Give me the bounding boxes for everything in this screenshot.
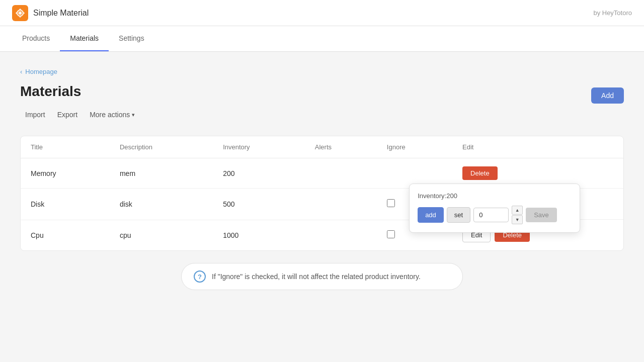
breadcrumb-text: Homepage: [25, 68, 57, 75]
nav-tabs: Products Materials Settings: [0, 26, 644, 52]
info-note-text: If "Ignore" is checked, it will not affe…: [212, 273, 421, 281]
row-description: disk: [110, 189, 213, 220]
stepper-down-button[interactable]: ▼: [512, 215, 523, 224]
app-title-text: Simple Material: [33, 9, 89, 18]
popup-label: Inventory:200: [418, 192, 572, 200]
more-actions-chevron-icon: ▾: [132, 112, 135, 118]
more-actions-button[interactable]: More actions ▾: [85, 108, 140, 122]
add-button[interactable]: Add: [591, 87, 624, 104]
page-title-area: Materials Import Export More actions ▾: [20, 83, 140, 132]
breadcrumb[interactable]: ‹ Homepage: [20, 68, 624, 75]
page-title: Materials: [20, 83, 140, 100]
col-ignore: Ignore: [377, 136, 452, 158]
col-inventory: Inventory: [213, 136, 305, 158]
row-title: Cpu: [21, 220, 110, 250]
toolbar: Import Export More actions ▾: [20, 108, 140, 122]
row-title: Disk: [21, 189, 110, 220]
row-alerts: [305, 158, 377, 189]
ignore-checkbox[interactable]: [387, 230, 395, 238]
row-title: Memory: [21, 158, 110, 189]
info-icon: ?: [194, 270, 206, 283]
app-logo: Simple Material: [12, 5, 89, 21]
row-inventory: 1000: [213, 220, 305, 250]
app-author-text: by HeyTotoro: [593, 9, 632, 17]
popup-controls: add set ▲ ▼ Save: [418, 206, 572, 224]
inventory-popup: Inventory:200 add set ▲ ▼ Save: [409, 184, 580, 233]
col-alerts: Alerts: [305, 136, 377, 158]
col-edit: Edit: [452, 136, 623, 158]
popup-set-button[interactable]: set: [447, 207, 470, 223]
logo-icon: [12, 5, 28, 21]
popup-add-button[interactable]: add: [418, 207, 444, 223]
row-inventory: 200 Inventory:200 add set ▲ ▼: [213, 158, 305, 189]
tab-settings[interactable]: Settings: [109, 26, 154, 51]
popup-save-button[interactable]: Save: [526, 208, 557, 222]
materials-table: Title Description Inventory Alerts Ignor…: [21, 136, 623, 250]
tab-products[interactable]: Products: [12, 26, 60, 51]
page-header-row: Materials Import Export More actions ▾ A…: [20, 83, 624, 132]
row-description: cpu: [110, 220, 213, 250]
info-note: ? If "Ignore" is checked, it will not af…: [181, 263, 463, 290]
app-header: Simple Material by HeyTotoro: [0, 0, 644, 26]
row-inventory: 500: [213, 189, 305, 220]
import-button[interactable]: Import: [20, 108, 50, 122]
more-actions-label: More actions: [90, 111, 130, 119]
col-title: Title: [21, 136, 110, 158]
ignore-checkbox[interactable]: [387, 199, 395, 207]
popup-quantity-input[interactable]: [473, 208, 509, 222]
row-alerts: [305, 220, 377, 250]
row-alerts: [305, 189, 377, 220]
stepper-up-button[interactable]: ▲: [512, 206, 523, 215]
export-button[interactable]: Export: [52, 108, 83, 122]
tab-materials[interactable]: Materials: [60, 26, 109, 51]
main-content: ‹ Homepage Materials Import Export More …: [0, 52, 644, 306]
table-row: Memory mem 200 Inventory:200 add set: [21, 158, 623, 189]
delete-button[interactable]: Delete: [462, 166, 498, 180]
col-description: Description: [110, 136, 213, 158]
row-description: mem: [110, 158, 213, 189]
stepper-group: ▲ ▼: [512, 206, 523, 224]
table-container: Title Description Inventory Alerts Ignor…: [20, 136, 624, 251]
table-header-row: Title Description Inventory Alerts Ignor…: [21, 136, 623, 158]
breadcrumb-chevron: ‹: [20, 68, 22, 75]
